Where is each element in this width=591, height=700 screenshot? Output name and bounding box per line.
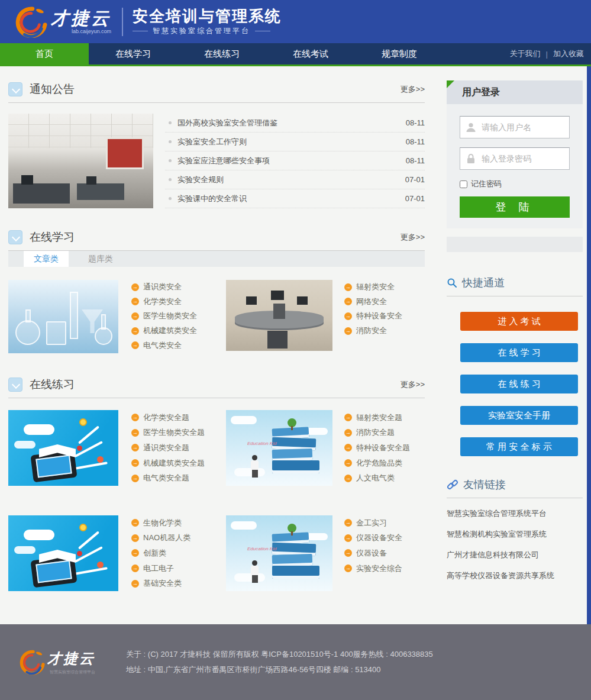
notice-link[interactable]: 实验课中的安全常识	[177, 193, 247, 204]
friend-link[interactable]: 智慧实验室综合管理系统平台	[447, 508, 583, 519]
quick-channel-title: 快捷通道	[462, 276, 505, 290]
notice-row: 国外高校实验室安全管理借鉴 08-11	[165, 114, 425, 133]
practice-category-list-right: →辐射类安全题 →消防安全题 →特种设备安全题 →化学危险品类 →人文电气类	[344, 410, 425, 486]
category-link[interactable]: →仪器设备安全	[344, 531, 425, 546]
category-link[interactable]: →特种设备安全	[344, 309, 425, 324]
books-stack-photo[interactable]: Education Kid	[226, 515, 332, 591]
arrow-bullet-icon: →	[344, 475, 352, 482]
category-link[interactable]: →医学生物类安全题	[131, 425, 220, 441]
online-learning-button[interactable]: 在 线 学 习	[460, 343, 578, 362]
lab-glassware-photo[interactable]	[8, 280, 118, 353]
arrow-bullet-icon: →	[344, 549, 352, 557]
enter-exam-button[interactable]: 进 入 考 试	[460, 312, 578, 331]
classroom-photo[interactable]	[8, 114, 153, 208]
login-button[interactable]: 登 陆	[460, 196, 570, 218]
category-link[interactable]: →机械建筑类安全	[131, 324, 220, 338]
category-link[interactable]: →医学生物类安全	[131, 309, 220, 324]
friend-link[interactable]: 高等学校仪器设备资源共享系统	[447, 570, 583, 581]
arrow-bullet-icon: →	[344, 429, 352, 437]
arrow-bullet-icon: →	[131, 283, 139, 291]
nav-item-online-exam[interactable]: 在线考试	[266, 43, 355, 64]
caijieyun-swoosh-icon	[18, 649, 45, 675]
notice-date: 07-01	[405, 175, 425, 184]
category-link[interactable]: →辐射类安全	[344, 280, 425, 295]
category-link[interactable]: →机械建筑类安全题	[131, 456, 220, 471]
arrow-bullet-icon: →	[131, 312, 139, 320]
category-link[interactable]: →通识类安全题	[131, 440, 220, 456]
add-favorite-link[interactable]: 加入收藏	[553, 49, 584, 59]
bullet-dot-icon	[169, 140, 172, 143]
learning-category-list-left: →通识类安全 →化学类安全 →医学生物类安全 →机械建筑类安全 →电气类安全	[131, 280, 220, 353]
friend-link[interactable]: 智慧检测机构实验室管理系统	[447, 529, 583, 540]
caijieyun-swoosh-icon	[13, 6, 47, 38]
arrow-bullet-icon: →	[131, 580, 139, 588]
main-content: 通知公告 更多>> 国外高校实验室安全管理借鉴 08-11 实验室安全工作守则 …	[0, 66, 591, 624]
notice-date: 08-11	[406, 137, 425, 146]
arrow-bullet-icon: →	[344, 298, 352, 305]
practice-section-header: 在线练习 更多>>	[8, 377, 425, 398]
arrow-bullet-icon: →	[131, 429, 139, 437]
friend-link[interactable]: 广州才捷信息科技有限公司	[447, 550, 583, 560]
category-link[interactable]: →仪器设备	[344, 546, 425, 561]
category-link[interactable]: →生物化学类	[131, 515, 220, 531]
category-link[interactable]: →特种设备安全题	[344, 440, 425, 456]
category-link[interactable]: →人文电气类	[344, 470, 425, 486]
practice-more-link[interactable]: 更多>>	[401, 379, 425, 390]
education-tablet-photo[interactable]	[8, 410, 118, 486]
common-safety-signs-button[interactable]: 常 用 安 全 标 示	[460, 437, 578, 456]
computer-lab-photo[interactable]	[226, 280, 332, 351]
category-link[interactable]: →实验安全综合	[344, 561, 425, 576]
tab-question-bank[interactable]: 题库类	[78, 251, 123, 267]
remember-password-checkbox[interactable]	[460, 180, 467, 188]
user-icon	[465, 121, 477, 133]
lab-safety-manual-button[interactable]: 实验室安全手册	[460, 406, 578, 425]
login-panel: 用户登录	[447, 80, 583, 228]
sidebar-divider	[447, 237, 583, 252]
arrow-bullet-icon: →	[344, 459, 352, 467]
footer-copyright-line: 关于 : (C) 2017 才捷科技 保留所有版权 粤ICP备10201510号…	[126, 649, 433, 660]
nav-item-online-learning[interactable]: 在线学习	[89, 43, 177, 64]
notice-link[interactable]: 实验室安全工作守则	[177, 137, 247, 147]
bullet-dot-icon	[169, 178, 172, 181]
category-link[interactable]: →电气类安全题	[131, 470, 220, 486]
education-tablet-photo[interactable]	[8, 515, 118, 591]
nav-item-home[interactable]: 首页	[0, 43, 89, 64]
site-logo[interactable]: 才捷云 lab.caijeyun.com	[13, 6, 111, 38]
nav-item-rules[interactable]: 规章制度	[355, 43, 444, 64]
chevron-down-icon	[8, 378, 22, 392]
about-us-link[interactable]: 关于我们	[510, 49, 541, 59]
practice-category-list-left2: →生物化学类 →NAO机器人类 →创新类 →电工电子 →基础安全类	[131, 515, 220, 591]
notice-link[interactable]: 实验安全规则	[177, 175, 224, 185]
nav-item-online-practice[interactable]: 在线练习	[177, 43, 266, 64]
notice-more-link[interactable]: 更多>>	[401, 84, 425, 95]
notice-link[interactable]: 实验室应注意哪些安全事项	[177, 156, 270, 166]
category-link[interactable]: →创新类	[131, 546, 220, 561]
tab-articles[interactable]: 文章类	[24, 251, 69, 267]
category-link[interactable]: →辐射类安全题	[344, 410, 425, 425]
books-stack-photo[interactable]: Education Kid	[226, 410, 332, 486]
notice-list: 国外高校实验室安全管理借鉴 08-11 实验室安全工作守则 08-11 实验室应…	[165, 114, 425, 208]
notice-link[interactable]: 国外高校实验室安全管理借鉴	[177, 118, 277, 128]
friend-links-list: 智慧实验室综合管理系统平台 智慧检测机构实验室管理系统 广州才捷信息科技有限公司…	[447, 508, 583, 581]
online-practice-button[interactable]: 在 线 练 习	[460, 375, 578, 393]
category-link[interactable]: →基础安全类	[131, 576, 220, 591]
practice-category-list-right2: →金工实习 →仪器设备安全 →仪器设备 →实验安全综合	[344, 515, 425, 591]
category-link[interactable]: →消防安全题	[344, 425, 425, 441]
learning-more-link[interactable]: 更多>>	[401, 232, 425, 243]
category-link[interactable]: →化学类安全题	[131, 410, 220, 425]
category-link[interactable]: →消防安全	[344, 324, 425, 338]
category-link[interactable]: →网络安全	[344, 295, 425, 309]
main-nav: 首页 在线学习 在线练习 在线考试 规章制度 关于我们 | 加入收藏	[0, 43, 591, 66]
category-link[interactable]: →电气类安全	[131, 338, 220, 353]
category-link[interactable]: →NAO机器人类	[131, 531, 220, 546]
notice-row: 实验室安全工作守则 08-11	[165, 133, 425, 151]
category-link[interactable]: →通识类安全	[131, 280, 220, 295]
footer: 才捷云 智慧实验室综合管理平台 关于 : (C) 2017 才捷科技 保留所有版…	[0, 624, 591, 700]
category-link[interactable]: →化学危险品类	[344, 456, 425, 471]
friend-links-header: 友情链接	[447, 478, 583, 498]
category-link[interactable]: →电工电子	[131, 561, 220, 576]
practice-section-title: 在线练习	[30, 377, 75, 392]
category-link[interactable]: →化学类安全	[131, 295, 220, 309]
lock-icon	[465, 153, 477, 164]
category-link[interactable]: →金工实习	[344, 515, 425, 531]
